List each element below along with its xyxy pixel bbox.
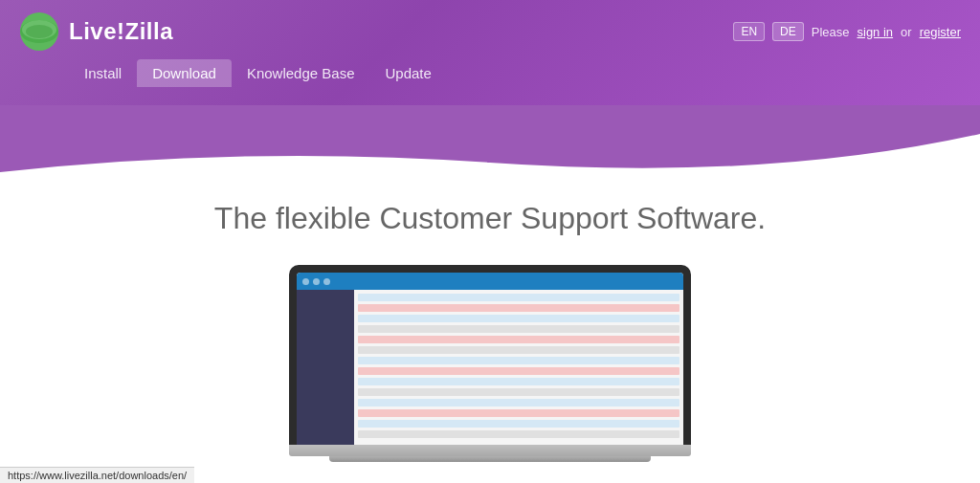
screen-row bbox=[358, 399, 679, 406]
screen-row bbox=[358, 367, 679, 375]
main-nav: Install Download Knowledge Base Update bbox=[19, 59, 961, 87]
lang-de-button[interactable]: DE bbox=[772, 22, 804, 41]
nav-item-update[interactable]: Update bbox=[370, 59, 447, 87]
screen-row bbox=[358, 315, 679, 322]
nav-item-install[interactable]: Install bbox=[69, 59, 137, 87]
screen-row bbox=[358, 325, 679, 333]
laptop-screen-outer bbox=[289, 265, 691, 445]
header: Live!Zilla EN DE Please sign in or regis… bbox=[0, 0, 980, 105]
logo-area: Live!Zilla bbox=[19, 11, 173, 52]
livezilla-logo-icon bbox=[19, 11, 59, 52]
screen-row bbox=[358, 357, 679, 364]
screen-sidebar bbox=[297, 290, 354, 445]
status-url: https://www.livezilla.net/downloads/en/ bbox=[8, 470, 187, 481]
screen-row bbox=[358, 378, 679, 385]
screen-topbar bbox=[297, 273, 683, 290]
screen-body bbox=[297, 290, 683, 445]
nav-item-download[interactable]: Download bbox=[137, 59, 232, 87]
laptop-base bbox=[289, 445, 691, 456]
register-link[interactable]: register bbox=[920, 25, 961, 39]
screen-dot-3 bbox=[323, 278, 330, 285]
logo-text: Live!Zilla bbox=[69, 18, 173, 45]
screen-main bbox=[354, 290, 683, 445]
header-top: Live!Zilla EN DE Please sign in or regis… bbox=[19, 11, 961, 52]
sign-in-link[interactable]: sign in bbox=[858, 25, 894, 39]
main-content: The flexible Customer Support Software. bbox=[0, 182, 980, 462]
screen-row bbox=[358, 304, 679, 312]
screen-dot-1 bbox=[302, 278, 309, 285]
screen-content bbox=[297, 273, 683, 445]
screen-row bbox=[358, 336, 679, 343]
header-auth-area: EN DE Please sign in or register bbox=[733, 22, 961, 41]
screen-row bbox=[358, 346, 679, 354]
screen-row bbox=[358, 420, 679, 428]
svg-point-3 bbox=[26, 25, 53, 38]
lang-en-button[interactable]: EN bbox=[733, 22, 765, 41]
nav-item-knowledge-base[interactable]: Knowledge Base bbox=[232, 59, 370, 87]
laptop-illustration bbox=[19, 265, 961, 462]
laptop-screen bbox=[297, 273, 683, 445]
main-tagline: The flexible Customer Support Software. bbox=[214, 201, 766, 236]
auth-prompt: Please bbox=[812, 25, 850, 39]
wave-separator bbox=[0, 105, 980, 182]
screen-row bbox=[358, 388, 679, 396]
screen-row bbox=[358, 409, 679, 417]
screen-row bbox=[358, 294, 679, 301]
laptop-stand bbox=[329, 456, 651, 462]
status-bar: https://www.livezilla.net/downloads/en/ bbox=[0, 467, 194, 483]
screen-row bbox=[358, 430, 679, 438]
laptop-mockup bbox=[289, 265, 691, 462]
auth-or: or bbox=[901, 25, 912, 39]
screen-dot-2 bbox=[313, 278, 320, 285]
